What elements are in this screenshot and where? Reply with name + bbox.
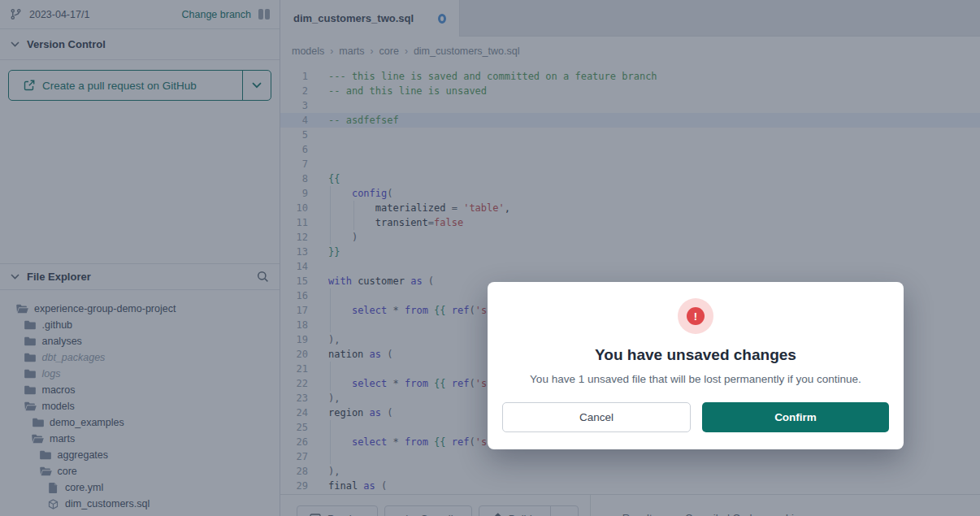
unsaved-changes-modal: ! You have unsaved changes You have 1 un… — [488, 282, 904, 449]
cancel-button[interactable]: Cancel — [502, 402, 691, 432]
modal-actions: Cancel Confirm — [502, 402, 889, 432]
modal-message: You have 1 unsaved file that will be los… — [530, 373, 861, 385]
exclamation-icon: ! — [687, 307, 705, 325]
app-root: 2023-04-17/1 Change branch Version Contr… — [0, 0, 980, 516]
alert-icon: ! — [678, 298, 713, 334]
confirm-button[interactable]: Confirm — [702, 402, 889, 432]
modal-title: You have unsaved changes — [595, 346, 796, 364]
